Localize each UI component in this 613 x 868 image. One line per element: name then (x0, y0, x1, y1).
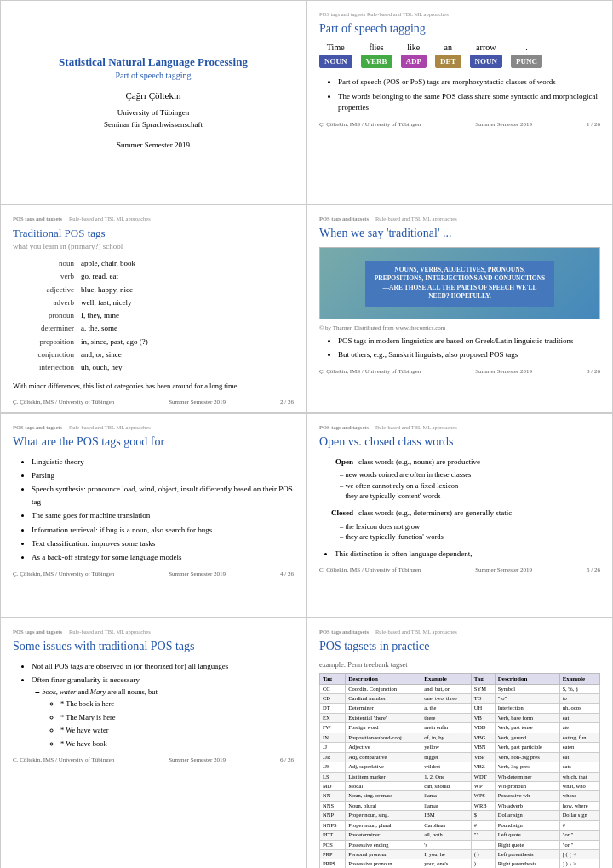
cover-slide: Statistical Natural Language Processing … (0, 0, 306, 204)
slide-topbar-5: POS tags and tagsets Rule-based and TBL … (319, 424, 600, 430)
slide-subtitle-trad: what you learn in (primary?) school (13, 242, 294, 250)
slide-title-3: When we say 'traditional' ... (319, 227, 600, 240)
slide-issues: POS tags and tagsets Rule-based and TBL … (0, 618, 306, 868)
table-row: DTDeterminera, theUHInterjectionuh, oops (320, 704, 600, 713)
slide-title-5: Open vs. closed class words (319, 435, 600, 449)
pos-categories-table: noun apple, chair, book verb go, read, e… (21, 257, 294, 375)
slide-pos-intro: POS tags and tagsets Rule-based and TBL … (306, 0, 613, 204)
slide-topbar-2: POS tags and tagsets Rule-based and TBL … (13, 216, 294, 221)
slide4-bullets: Linguistic theory Parsing Speech synthes… (20, 456, 294, 564)
slide-tagsets: POS tags and tagsets Rule-based and TBL … (306, 618, 613, 868)
slide-when-traditional: POS tags and tagsets Rule-based and TBL … (306, 204, 613, 413)
tagsets-subtitle: example: Penn treebank tagset (319, 660, 600, 669)
table-row: POSPossessive ending'sRight quote' or " (320, 840, 600, 849)
slide3-bullets: POS tags in modern linguistics are based… (326, 335, 600, 361)
cover-institution: University of Tübingen Seminar für Sprac… (104, 107, 203, 130)
table-row: CDCardinal numberone, two, threeTO"to"to (320, 694, 600, 704)
slide-title-6: Some issues with traditional POS tags (13, 640, 294, 653)
pos-word-flies: flies VERB (361, 43, 392, 68)
table-row: FWForeign wordmein enfinVBDVerb, past te… (320, 723, 600, 733)
slide-topbar: POS tags and tagsets Rule-based and TBL … (319, 11, 600, 17)
table-row: NNNoun, sing. or massllamaWP$Possessive … (320, 791, 600, 801)
slide5-footer: Ç. Çöltekin, IMS / University of Tübinge… (319, 566, 600, 573)
trad-note: With minor differences, this list of cat… (13, 382, 294, 392)
table-row: JJSAdj, superlativewildestVBZVerb, 3sg p… (320, 762, 600, 772)
cover-subtitle: Part of speech tagging (115, 71, 191, 80)
cartoon-image: NOUNS, VERBS, ADJECTIVES, PRONOUNS, PREP… (319, 247, 600, 319)
slide6-bullets: Not all POS tags are observed in (or the… (20, 660, 294, 750)
table-row: NNSNoun, pluralllamasWRBWh-adverbhow, wh… (320, 801, 600, 810)
cover-title: Statistical Natural Language Processing (59, 55, 248, 69)
slide3-footer: Ç. Çöltekin, IMS / University of Tübinge… (319, 368, 600, 375)
table-row: INPreposition/subord-conjof, in, byVBGVe… (320, 733, 600, 742)
table-row: CCCoordin. Conjunctionand, but, orSYMSym… (320, 684, 600, 693)
table-row: NNPSProper noun, pluralCarolinas#Pound s… (320, 820, 600, 830)
pos-word-time: Time NOUN (319, 43, 352, 68)
cover-semester: Summer Semester 2019 (117, 141, 190, 149)
table-row: JJAdjectiveyellowVBNVerb, past participl… (320, 743, 600, 752)
slide-topbar-3: POS tags and tagsets Rule-based and TBL … (319, 216, 600, 221)
penn-table: Tag Description Example Tag Description … (319, 673, 600, 868)
pos-word-like: like ADP (401, 43, 427, 68)
slide-topbar-7: POS tags and tagsets Rule-based and TBL … (319, 629, 600, 635)
table-row: PRPPersonal pronounI, you, he( )Left par… (320, 850, 600, 859)
table-row: MDModalcan, shouldWPWh-pronounwhat, who (320, 781, 600, 790)
table-row: PDTPredeterminerall, both""Left quote' o… (320, 831, 600, 840)
open-closed-content: Open class words (e.g., nouns) are produ… (319, 456, 600, 560)
slide-footer: Ç. Çöltekin, IMS / University of Tübinge… (319, 121, 600, 128)
table-row: LSList item marker1, 2, OneWDTWh-determi… (320, 772, 600, 781)
cartoon-text: NOUNS, VERBS, ADJECTIVES, PRONOUNS, PREP… (365, 261, 555, 307)
table-row: NNPProper noun, sing.IBM$Dollar signDoll… (320, 811, 600, 820)
pos-sentence: Time NOUN flies VERB like ADP an DET arr… (319, 43, 600, 68)
pos-word-punc: . PUNC (511, 43, 542, 68)
slide-traditional-pos: POS tags and tagsets Rule-based and TBL … (0, 204, 306, 413)
slide-title-7: POS tagsets in practice (319, 640, 600, 653)
pos-word-an: an DET (435, 43, 461, 68)
slide2-footer: Ç. Çöltekin, IMS / University of Tübinge… (13, 399, 294, 405)
cartoon-caption: © by Tharner. Distributed from www.theco… (319, 325, 600, 331)
slide-title-4: What are the POS tags good for (13, 435, 294, 449)
slide-title-trad: Traditional POS tags (13, 227, 294, 240)
table-row: EXExistential 'there'thereVBVerb, base f… (320, 713, 600, 722)
slide6-footer: Ç. Çöltekin, IMS / University of Tübinge… (13, 756, 294, 763)
slide-good-for: POS tags and tagsets Rule-based and TBL … (0, 413, 306, 618)
slide-title: Part of speech tagging (319, 22, 600, 36)
slide4-footer: Ç. Çöltekin, IMS / University of Tübinge… (13, 571, 294, 578)
cover-author: Çağrı Çöltekin (125, 90, 180, 101)
table-row: JJRAdj, comparativebiggerVBPVerb, non-3s… (320, 752, 600, 762)
slide-open-closed: POS tags and tagsets Rule-based and TBL … (306, 413, 613, 618)
slide-topbar-6: POS tags and tagsets Rule-based and TBL … (13, 629, 294, 635)
slide-topbar-4: POS tags and tagsets Rule-based and TBL … (13, 424, 294, 430)
pos-intro-bullets: Part of speech (POS or PoS) tags are mor… (326, 77, 600, 114)
table-row: PRP$Possessive pronounyour, one's)Right … (320, 859, 600, 868)
pos-word-arrow: arrow NOUN (470, 43, 503, 68)
